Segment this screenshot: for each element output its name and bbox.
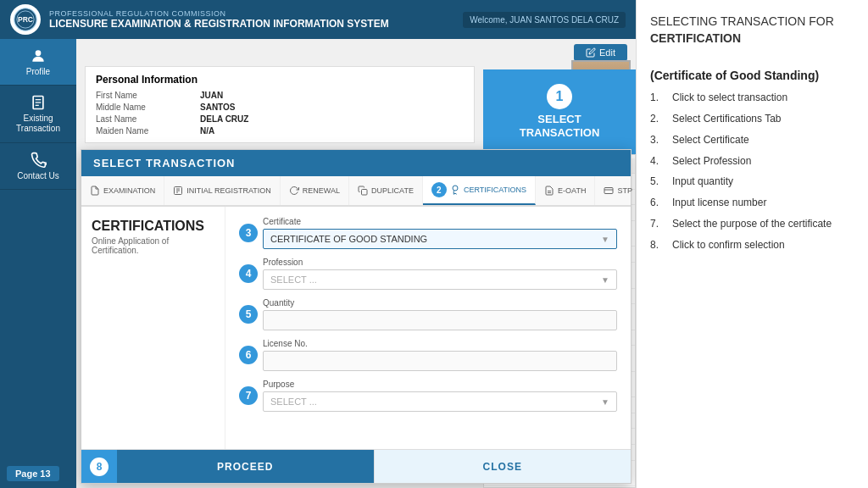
chevron-down-icon: ▼ — [601, 397, 609, 407]
sidebar-label-profile: Profile — [26, 67, 50, 76]
instruction-step-6: 6.Input license number — [650, 196, 854, 210]
instruction-step-4: 4.Select Profession — [650, 154, 854, 169]
modal-form: 3 Certificate CERTIFICATE OF GOOD STANDI… — [225, 207, 631, 449]
profession-placeholder: SELECT ... — [270, 274, 317, 285]
tab-duplicate[interactable]: DUPLICATE — [349, 176, 423, 205]
step8-badge-container: 8 — [81, 450, 117, 483]
tab-stp-label: STP — [617, 186, 632, 195]
duplicate-icon — [358, 186, 368, 196]
last-name-value: DELA CRUZ — [200, 114, 464, 124]
modal-footer: 8 PROCEED CLOSE — [81, 449, 631, 483]
certifications-sub: Online Application of Certification. — [92, 236, 214, 255]
step1-circle: 1 — [547, 84, 572, 109]
exam-icon — [90, 186, 100, 196]
tab-examination[interactable]: EXAMINATION — [81, 176, 164, 205]
info-grid: First Name JUAN Middle Name SANTOS Last … — [96, 91, 464, 136]
certificate-row: 3 Certificate CERTIFICATE OF GOOD STANDI… — [239, 217, 617, 249]
svg-rect-17 — [362, 190, 368, 196]
tab-stp[interactable]: STP — [595, 176, 636, 205]
sidebar-label-existing: Existing Transaction — [4, 114, 72, 134]
user-icon — [30, 47, 47, 64]
proceed-button[interactable]: PROCEED — [117, 450, 374, 483]
edit-icon — [586, 47, 596, 58]
sidebar-label-contact: Contact Us — [17, 171, 58, 180]
tab-examination-label: EXAMINATION — [103, 186, 155, 195]
quantity-row: 5 Quantity — [239, 298, 617, 330]
quantity-field: Quantity — [263, 298, 617, 330]
instruction-step-3: 3.Select Certificate — [650, 133, 854, 147]
personal-info-title: Personal Information — [96, 74, 464, 86]
instruction-step-8: 8.Click to confirm selection — [650, 238, 854, 252]
tab-renewal[interactable]: RENEWAL — [281, 176, 349, 205]
purpose-select[interactable]: SELECT ... ▼ — [263, 391, 617, 412]
license-row: 6 License No. — [239, 339, 617, 371]
stp-icon — [604, 186, 614, 196]
app-header: PRC PROFESSIONAL REGULATION COMMISSION L… — [0, 0, 636, 39]
license-label: License No. — [263, 339, 617, 348]
first-name-value: JUAN — [200, 91, 464, 100]
cert-title: (Certificate of Good Standing) — [650, 69, 854, 82]
svg-point-18 — [453, 186, 458, 191]
middle-name-value: SANTOS — [200, 103, 464, 112]
logo-icon: PRC — [14, 8, 37, 31]
close-button[interactable]: CLOSE — [374, 450, 632, 483]
purpose-field: Purpose SELECT ... ▼ — [263, 380, 617, 412]
instructions-list: 1.Click to select transaction 2.Select C… — [650, 91, 854, 252]
step3-badge: 3 — [239, 224, 258, 242]
instruction-step-2: 2.Select Certifications Tab — [650, 112, 854, 126]
certificate-select[interactable]: CERTIFICATE OF GOOD STANDING ▼ — [263, 229, 617, 249]
tabs-row: EXAMINATION INITIAL REGISTRATION RENEWAL… — [81, 176, 631, 207]
personal-info-panel: Personal Information First Name JUAN Mid… — [85, 66, 475, 143]
step2-badge: 2 — [431, 182, 447, 197]
maiden-name-value: N/A — [200, 126, 464, 136]
tab-duplicate-label: DUPLICATE — [371, 186, 414, 195]
svg-point-3 — [36, 50, 42, 56]
step7-badge: 7 — [239, 386, 258, 405]
modal-title: SELECT TRANSACTION — [81, 150, 631, 176]
middle-name-label: Middle Name — [96, 103, 198, 112]
header-text: PROFESSIONAL REGULATION COMMISSION LICEN… — [49, 9, 463, 30]
chevron-down-icon: ▼ — [601, 235, 609, 244]
system-name: LICENSURE EXAMINATION & REGISTRATION INF… — [49, 18, 463, 30]
sidebar-item-contact[interactable]: Contact Us — [0, 143, 76, 190]
license-input[interactable] — [263, 351, 617, 371]
main-content: Edit Personal Information First Name JUA… — [76, 39, 636, 488]
select-transaction-label: SELECTTRANSACTION — [520, 113, 600, 139]
renewal-icon — [289, 186, 299, 196]
svg-rect-21 — [604, 188, 613, 194]
quantity-label: Quantity — [263, 298, 617, 308]
modal-body: CERTIFICATIONS Online Application of Cer… — [81, 207, 631, 449]
reg-icon — [173, 186, 183, 196]
first-name-label: First Name — [96, 91, 198, 100]
profession-field: Profession SELECT ... ▼ — [263, 258, 617, 290]
sidebar-item-existing[interactable]: Existing Transaction — [0, 86, 76, 143]
top-bar: Edit — [76, 39, 636, 66]
certificate-label: Certificate — [263, 217, 617, 226]
quantity-input[interactable] — [263, 310, 617, 330]
instruction-step-5: 5.Input quantity — [650, 175, 854, 189]
profession-row: 4 Profession SELECT ... ▼ — [239, 258, 617, 290]
purpose-placeholder: SELECT ... — [270, 396, 317, 407]
certificate-field: Certificate CERTIFICATE OF GOOD STANDING… — [263, 217, 617, 249]
tab-initial-reg[interactable]: INITIAL REGISTRATION — [164, 176, 281, 205]
edit-label: Edit — [599, 47, 615, 58]
profession-select[interactable]: SELECT ... ▼ — [263, 269, 617, 290]
agency-name: PROFESSIONAL REGULATION COMMISSION — [49, 9, 463, 18]
eoath-icon — [544, 186, 554, 196]
agency-logo: PRC — [10, 4, 41, 35]
purpose-row: 7 Purpose SELECT ... ▼ — [239, 380, 617, 412]
license-field: License No. — [263, 339, 617, 371]
welcome-message: Welcome, JUAN SANTOS DELA CRUZ — [463, 12, 626, 28]
sidebar-item-profile[interactable]: Profile — [0, 39, 76, 86]
certifications-title: CERTIFICATIONS — [92, 219, 214, 234]
tab-eoath[interactable]: E-OATH — [536, 176, 595, 205]
tab-renewal-label: RENEWAL — [303, 186, 340, 195]
instructions-title: SELECTING TRANSACTION FOR SELECTING TRAN… — [650, 14, 854, 47]
profession-label: Profession — [263, 258, 617, 267]
step5-badge: 5 — [239, 305, 258, 324]
instruction-step-7: 7.Select the purpose of the certificate — [650, 217, 854, 231]
tab-certifications[interactable]: 2 CERTIFICATIONS — [423, 176, 536, 205]
tab-certifications-label: CERTIFICATIONS — [464, 186, 526, 194]
edit-button[interactable]: Edit — [574, 44, 627, 61]
select-transaction-panel[interactable]: 1 SELECTTRANSACTION — [483, 69, 636, 154]
